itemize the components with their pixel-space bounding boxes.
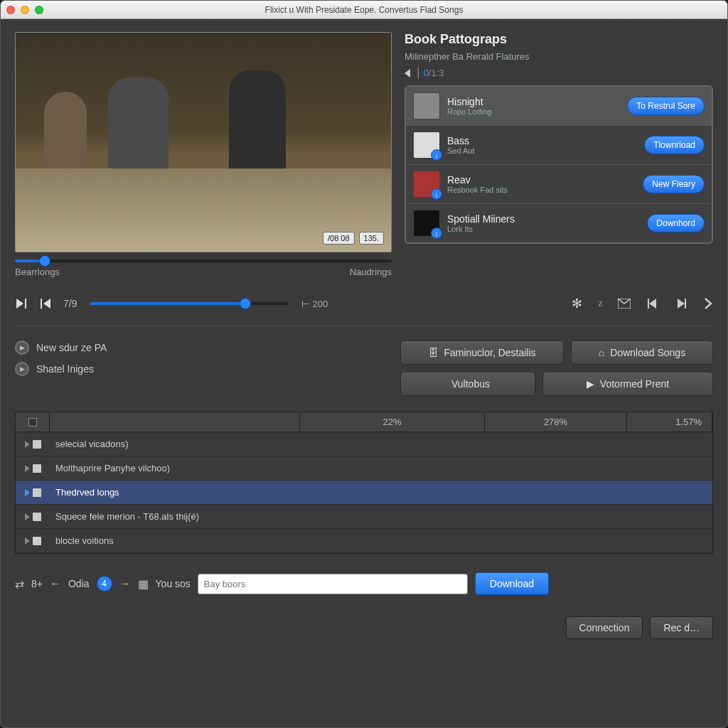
rec-button[interactable]: Rec d… (650, 616, 713, 639)
col-name[interactable] (50, 412, 300, 432)
side-item-title: Bass (447, 135, 637, 146)
arrow-left-icon[interactable]: ← (50, 577, 61, 590)
table-row[interactable]: blocle voitions (16, 529, 712, 553)
vultobus-button[interactable]: Vultobus (400, 372, 535, 396)
sparkle-icon[interactable]: ✻ (572, 296, 582, 311)
thumb-icon: ↓ (413, 171, 440, 198)
video-time-badge: /08 08 (323, 232, 355, 245)
end-marker-icon: ⊢ (301, 299, 309, 309)
side-item-action-button[interactable]: New Fleary (643, 175, 705, 193)
side-item-hisnight[interactable]: Hisnight Ropo Loding To Restrul Sore (406, 87, 712, 126)
table-row[interactable]: Molthaprire Panyhe vilchoo) (16, 456, 712, 481)
step-back-icon[interactable] (646, 297, 659, 310)
connection-button[interactable]: Connection (566, 616, 643, 639)
side-item-action-button[interactable]: Tlownrload (644, 136, 705, 154)
side-item-title: Spotiall Miiners (447, 213, 640, 225)
divider (15, 326, 713, 326)
playback-count: 7/9 (63, 298, 77, 309)
bottom-bar: ⇄ 8+ ← Odia 4 → ▦ You sos Download (15, 572, 713, 595)
page-badge: 4 (97, 576, 112, 592)
app-window: Flixict u With Presidate Eope. Convertus… (0, 0, 728, 728)
skip-prev-button[interactable] (39, 297, 52, 310)
table-row[interactable]: Squece fele merion - T68.als thij(é) (16, 505, 712, 529)
tracks-table: 22% 278% 1.57% selecial vicadons) Moltha… (15, 412, 713, 554)
faminuclor-button[interactable]: 🗄 Faminuclor, Destailis (400, 341, 564, 365)
percent-icon[interactable]: ٪ (598, 299, 602, 309)
side-item-action-button[interactable]: Downhord (647, 214, 705, 232)
source-item-new[interactable]: ▶ New sdur ze PA (15, 341, 107, 355)
download-badge-icon: ↓ (431, 228, 442, 239)
source-item-shatel[interactable]: ▶ Shatel Iniges (15, 362, 107, 376)
side-item-reav[interactable]: ↓ Reav Resbook Fad sits New Fleary (406, 165, 712, 204)
step-forward-icon[interactable] (675, 297, 687, 310)
yousos-label: You sos (156, 578, 191, 589)
play-circle-icon: ▶ (15, 362, 29, 376)
table-row[interactable]: selecial vicadons) (16, 432, 712, 456)
source-list: ▶ New sdur ze PA ▶ Shatel Iniges (15, 341, 107, 396)
side-list: Hisnight Ropo Loding To Restrul Sore ↓ B… (405, 85, 713, 244)
expand-icon[interactable] (25, 537, 30, 545)
side-item-bass[interactable]: ↓ Bass Sed Aut Tlownrload (406, 126, 712, 165)
side-item-spotiall[interactable]: ↓ Spotiall Miiners Lork Its Downhord (406, 204, 712, 242)
votormed-button[interactable]: ▶ Votormed Prent (542, 372, 713, 396)
arrow-right-icon[interactable]: → (119, 577, 131, 590)
download-badge-icon: ↓ (431, 149, 442, 161)
search-input[interactable] (198, 574, 468, 594)
calculator-icon[interactable]: ▦ (138, 577, 149, 591)
row-name: blocle voitions (50, 532, 712, 549)
titlebar: Flixict u With Presidate Eope. Convertus… (1, 1, 727, 19)
upper-row: /08 08 135. Bearrlongs Naudrings B (15, 32, 713, 277)
window-title: Flixict u With Presidate Eope. Convertus… (1, 5, 727, 15)
apple-icon: ↓ (413, 210, 440, 237)
progress-slider[interactable] (90, 302, 289, 305)
table-row[interactable]: Thedrved longs (16, 481, 712, 505)
stop-icon (33, 537, 41, 545)
expand-icon[interactable] (25, 465, 30, 472)
stop-icon (33, 488, 41, 497)
expand-icon[interactable] (25, 441, 30, 448)
video-badges: /08 08 135. (323, 232, 384, 245)
col-pct3[interactable]: 1.57% (627, 412, 712, 432)
col-pct2[interactable]: 278% (485, 412, 627, 432)
content-area: /08 08 135. Bearrlongs Naudrings B (1, 19, 727, 727)
expand-icon[interactable] (25, 489, 30, 496)
side-subtitle: Milinepther Ba Rerald Flatures (405, 51, 713, 62)
side-item-sub: Resbook Fad sits (447, 186, 636, 194)
side-counter: ⎮ 0/1:3 (405, 68, 713, 78)
download-button[interactable]: Download (475, 572, 549, 595)
settings-icon[interactable]: ⇄ (15, 577, 24, 591)
counter-total: /1:3 (429, 68, 444, 78)
select-all-checkbox[interactable] (28, 418, 37, 427)
back-triangle-icon[interactable] (405, 69, 410, 77)
table-header: 22% 278% 1.57% (16, 412, 712, 432)
skip-next-button[interactable] (15, 297, 28, 310)
download-songs-button[interactable]: ⌂ Download Songs (571, 341, 713, 365)
thumb-icon: ↓ (413, 132, 440, 159)
play-circle-icon: ▶ (15, 341, 29, 355)
youtube-icon: ▶ (587, 378, 594, 390)
home-icon: ⌂ (599, 347, 604, 358)
side-item-sub: Sed Aut (447, 146, 637, 155)
video-preview[interactable]: /08 08 135. (15, 32, 392, 252)
stop-icon (33, 513, 41, 521)
video-label-right: Naudrings (350, 267, 392, 277)
row-name: Thedrved longs (50, 484, 712, 500)
video-scrub-slider[interactable] (15, 259, 392, 262)
source-item-label: New sdur ze PA (36, 342, 107, 353)
button-grid: 🗄 Faminuclor, Destailis ⌂ Download Songs… (400, 341, 713, 396)
video-column: /08 08 135. Bearrlongs Naudrings (15, 32, 392, 277)
side-item-title: Hisnight (447, 96, 620, 107)
end-marker-value: 200 (312, 299, 328, 309)
video-size-badge: 135. (359, 232, 384, 245)
counter-current: 0 (424, 68, 429, 78)
chevron-right-icon[interactable] (703, 297, 713, 310)
side-item-action-button[interactable]: To Restrul Sore (627, 97, 705, 115)
col-pct1[interactable]: 22% (300, 412, 485, 432)
briefcase-icon: 🗄 (428, 347, 438, 358)
mail-icon[interactable] (618, 299, 631, 309)
side-panel: Book Pattograps Milinepther Ba Rerald Fl… (405, 32, 713, 277)
expand-icon[interactable] (25, 513, 30, 520)
side-item-title: Reav (447, 174, 636, 186)
row-name: Molthaprire Panyhe vilchoo) (50, 460, 712, 476)
video-labels: Bearrlongs Naudrings (15, 267, 392, 277)
